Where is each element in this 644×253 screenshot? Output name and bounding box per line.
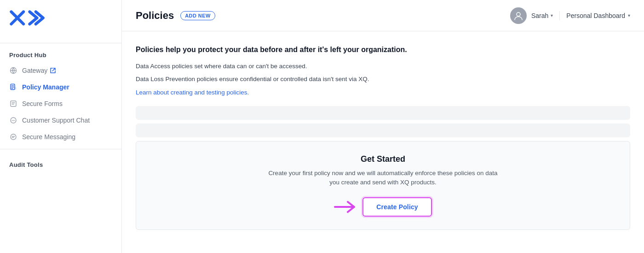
gateway-icon — [9, 66, 17, 75]
sidebar-item-secure-messaging[interactable]: Secure Messaging — [0, 129, 121, 145]
sidebar: Product Hub Gateway Policy Manager — [0, 0, 122, 253]
get-started-section: Get Started Create your first policy now… — [136, 141, 630, 230]
policy-manager-label: Policy Manager — [22, 83, 69, 91]
secure-forms-icon — [9, 100, 17, 108]
policy-desc-1: Data Access policies set where data can … — [136, 62, 630, 71]
policy-desc-2: Data Loss Prevention policies ensure con… — [136, 75, 630, 84]
svg-point-10 — [11, 134, 16, 140]
svg-rect-5 — [11, 101, 16, 106]
get-started-description: Create your first policy now and we will… — [264, 169, 503, 188]
personal-dashboard-button[interactable]: Personal Dashboard ▾ — [566, 12, 630, 19]
learn-link[interactable]: Learn about creating and testing policie… — [136, 89, 249, 96]
sidebar-item-customer-support-chat[interactable]: Customer Support Chat — [0, 112, 121, 129]
logo-area — [0, 0, 121, 43]
section-label-audit-tools: Audit Tools — [0, 153, 121, 172]
table-placeholder-row-2 — [136, 124, 630, 137]
page-title: Policies — [136, 10, 174, 22]
secure-messaging-label: Secure Messaging — [22, 133, 75, 141]
create-policy-button[interactable]: Create Policy — [362, 197, 432, 217]
customer-support-chat-label: Customer Support Chat — [22, 117, 90, 124]
header-vertical-divider — [559, 11, 560, 20]
table-placeholder-row-1 — [136, 106, 630, 120]
sidebar-item-gateway[interactable]: Gateway — [0, 62, 121, 79]
dashboard-chevron-icon: ▾ — [628, 13, 630, 18]
chat-icon — [9, 116, 17, 124]
policy-intro-heading: Policies help you protect your data befo… — [136, 44, 630, 55]
get-started-title: Get Started — [361, 154, 405, 164]
create-policy-wrapper: Create Policy — [334, 197, 432, 217]
external-link-icon — [50, 67, 56, 74]
avatar — [510, 7, 527, 24]
arrow-right-icon — [334, 200, 356, 214]
add-new-button[interactable]: ADD NEW — [180, 11, 215, 20]
secure-forms-label: Secure Forms — [22, 100, 63, 107]
header: Policies ADD NEW Sarah ▾ Personal Dashbo… — [122, 0, 644, 31]
svg-rect-4 — [14, 87, 16, 89]
sidebar-divider — [0, 149, 121, 149]
sidebar-item-policy-manager[interactable]: Policy Manager — [0, 79, 121, 95]
sidebar-item-secure-forms[interactable]: Secure Forms — [0, 95, 121, 112]
section-label-product-hub: Product Hub — [0, 43, 121, 62]
policy-icon — [9, 83, 17, 91]
header-left: Policies ADD NEW — [136, 10, 215, 22]
svg-point-7 — [12, 120, 13, 121]
messaging-icon — [9, 133, 17, 141]
gateway-label: Gateway — [22, 67, 47, 74]
main-content: Policies help you protect your data befo… — [122, 31, 644, 253]
main-area: Policies ADD NEW Sarah ▾ Personal Dashbo… — [122, 0, 644, 253]
svg-point-11 — [517, 12, 520, 16]
header-right: Sarah ▾ Personal Dashboard ▾ — [510, 7, 630, 24]
svg-point-8 — [13, 120, 14, 121]
xq-logo — [9, 8, 46, 34]
user-chevron-icon: ▾ — [551, 13, 553, 18]
user-name-button[interactable]: Sarah ▾ — [531, 12, 553, 19]
svg-point-9 — [14, 120, 15, 121]
